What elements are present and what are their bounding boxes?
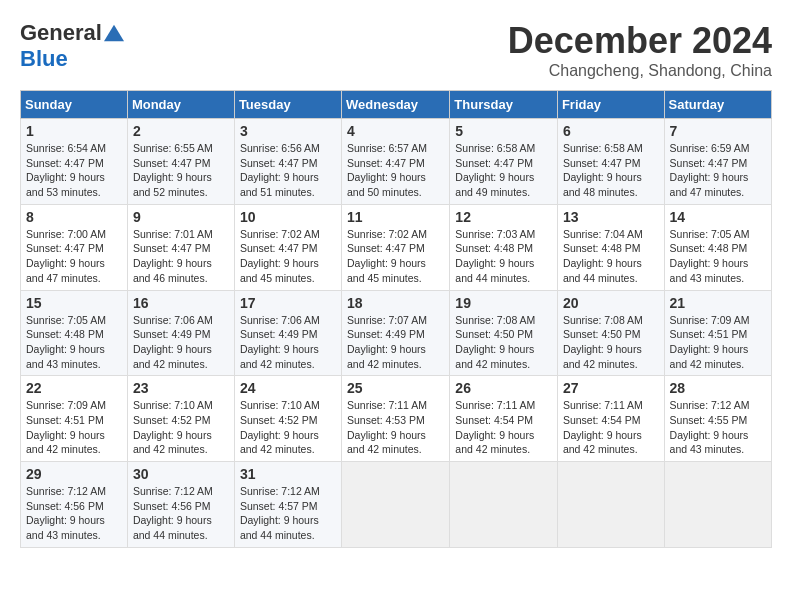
calendar-cell: 30 Sunrise: 7:12 AMSunset: 4:56 PMDaylig… — [127, 462, 234, 548]
calendar-cell: 6 Sunrise: 6:58 AMSunset: 4:47 PMDayligh… — [557, 119, 664, 205]
day-info: Sunrise: 6:54 AMSunset: 4:47 PMDaylight:… — [26, 142, 106, 198]
day-info: Sunrise: 6:58 AMSunset: 4:47 PMDaylight:… — [563, 142, 643, 198]
calendar-cell: 31 Sunrise: 7:12 AMSunset: 4:57 PMDaylig… — [234, 462, 341, 548]
calendar-header-thursday: Thursday — [450, 91, 558, 119]
day-info: Sunrise: 7:09 AMSunset: 4:51 PMDaylight:… — [670, 314, 750, 370]
day-info: Sunrise: 7:09 AMSunset: 4:51 PMDaylight:… — [26, 399, 106, 455]
day-number: 21 — [670, 295, 766, 311]
day-info: Sunrise: 7:02 AMSunset: 4:47 PMDaylight:… — [240, 228, 320, 284]
calendar-cell — [450, 462, 558, 548]
day-info: Sunrise: 7:05 AMSunset: 4:48 PMDaylight:… — [26, 314, 106, 370]
calendar-cell — [664, 462, 771, 548]
day-info: Sunrise: 7:04 AMSunset: 4:48 PMDaylight:… — [563, 228, 643, 284]
day-info: Sunrise: 7:07 AMSunset: 4:49 PMDaylight:… — [347, 314, 427, 370]
logo-icon — [104, 23, 124, 43]
day-info: Sunrise: 7:03 AMSunset: 4:48 PMDaylight:… — [455, 228, 535, 284]
calendar-cell: 13 Sunrise: 7:04 AMSunset: 4:48 PMDaylig… — [557, 204, 664, 290]
day-number: 30 — [133, 466, 229, 482]
day-info: Sunrise: 7:02 AMSunset: 4:47 PMDaylight:… — [347, 228, 427, 284]
location-title: Changcheng, Shandong, China — [508, 62, 772, 80]
day-info: Sunrise: 7:05 AMSunset: 4:48 PMDaylight:… — [670, 228, 750, 284]
day-number: 20 — [563, 295, 659, 311]
logo-general-text: General — [20, 20, 102, 46]
calendar-cell: 9 Sunrise: 7:01 AMSunset: 4:47 PMDayligh… — [127, 204, 234, 290]
calendar-week-row: 15 Sunrise: 7:05 AMSunset: 4:48 PMDaylig… — [21, 290, 772, 376]
day-info: Sunrise: 7:12 AMSunset: 4:57 PMDaylight:… — [240, 485, 320, 541]
calendar-cell: 28 Sunrise: 7:12 AMSunset: 4:55 PMDaylig… — [664, 376, 771, 462]
calendar-cell: 2 Sunrise: 6:55 AMSunset: 4:47 PMDayligh… — [127, 119, 234, 205]
calendar-cell: 23 Sunrise: 7:10 AMSunset: 4:52 PMDaylig… — [127, 376, 234, 462]
calendar-week-row: 1 Sunrise: 6:54 AMSunset: 4:47 PMDayligh… — [21, 119, 772, 205]
page-header: General Blue December 2024 Changcheng, S… — [20, 20, 772, 80]
day-number: 9 — [133, 209, 229, 225]
day-number: 29 — [26, 466, 122, 482]
day-info: Sunrise: 7:10 AMSunset: 4:52 PMDaylight:… — [133, 399, 213, 455]
day-info: Sunrise: 7:12 AMSunset: 4:55 PMDaylight:… — [670, 399, 750, 455]
day-info: Sunrise: 7:00 AMSunset: 4:47 PMDaylight:… — [26, 228, 106, 284]
calendar-cell: 7 Sunrise: 6:59 AMSunset: 4:47 PMDayligh… — [664, 119, 771, 205]
calendar-cell: 16 Sunrise: 7:06 AMSunset: 4:49 PMDaylig… — [127, 290, 234, 376]
day-number: 10 — [240, 209, 336, 225]
day-number: 22 — [26, 380, 122, 396]
calendar-header-friday: Friday — [557, 91, 664, 119]
day-info: Sunrise: 6:56 AMSunset: 4:47 PMDaylight:… — [240, 142, 320, 198]
day-info: Sunrise: 6:55 AMSunset: 4:47 PMDaylight:… — [133, 142, 213, 198]
calendar-cell: 21 Sunrise: 7:09 AMSunset: 4:51 PMDaylig… — [664, 290, 771, 376]
calendar-cell: 19 Sunrise: 7:08 AMSunset: 4:50 PMDaylig… — [450, 290, 558, 376]
calendar-cell: 22 Sunrise: 7:09 AMSunset: 4:51 PMDaylig… — [21, 376, 128, 462]
calendar-header-saturday: Saturday — [664, 91, 771, 119]
calendar-cell: 5 Sunrise: 6:58 AMSunset: 4:47 PMDayligh… — [450, 119, 558, 205]
day-number: 18 — [347, 295, 444, 311]
day-info: Sunrise: 7:11 AMSunset: 4:54 PMDaylight:… — [563, 399, 643, 455]
day-number: 12 — [455, 209, 552, 225]
calendar-cell: 3 Sunrise: 6:56 AMSunset: 4:47 PMDayligh… — [234, 119, 341, 205]
calendar-header-wednesday: Wednesday — [342, 91, 450, 119]
day-info: Sunrise: 7:08 AMSunset: 4:50 PMDaylight:… — [563, 314, 643, 370]
day-number: 6 — [563, 123, 659, 139]
calendar-cell: 10 Sunrise: 7:02 AMSunset: 4:47 PMDaylig… — [234, 204, 341, 290]
calendar-week-row: 8 Sunrise: 7:00 AMSunset: 4:47 PMDayligh… — [21, 204, 772, 290]
calendar-cell: 12 Sunrise: 7:03 AMSunset: 4:48 PMDaylig… — [450, 204, 558, 290]
calendar-cell: 4 Sunrise: 6:57 AMSunset: 4:47 PMDayligh… — [342, 119, 450, 205]
calendar-header-row: SundayMondayTuesdayWednesdayThursdayFrid… — [21, 91, 772, 119]
calendar-cell: 26 Sunrise: 7:11 AMSunset: 4:54 PMDaylig… — [450, 376, 558, 462]
calendar-cell — [557, 462, 664, 548]
day-info: Sunrise: 7:11 AMSunset: 4:54 PMDaylight:… — [455, 399, 535, 455]
day-info: Sunrise: 7:06 AMSunset: 4:49 PMDaylight:… — [133, 314, 213, 370]
title-block: December 2024 Changcheng, Shandong, Chin… — [508, 20, 772, 80]
calendar-cell: 14 Sunrise: 7:05 AMSunset: 4:48 PMDaylig… — [664, 204, 771, 290]
calendar-cell: 25 Sunrise: 7:11 AMSunset: 4:53 PMDaylig… — [342, 376, 450, 462]
day-number: 25 — [347, 380, 444, 396]
day-number: 19 — [455, 295, 552, 311]
day-number: 28 — [670, 380, 766, 396]
day-info: Sunrise: 6:59 AMSunset: 4:47 PMDaylight:… — [670, 142, 750, 198]
day-number: 31 — [240, 466, 336, 482]
calendar-cell: 18 Sunrise: 7:07 AMSunset: 4:49 PMDaylig… — [342, 290, 450, 376]
day-number: 26 — [455, 380, 552, 396]
day-number: 16 — [133, 295, 229, 311]
day-number: 27 — [563, 380, 659, 396]
month-title: December 2024 — [508, 20, 772, 62]
calendar-cell: 15 Sunrise: 7:05 AMSunset: 4:48 PMDaylig… — [21, 290, 128, 376]
calendar-week-row: 22 Sunrise: 7:09 AMSunset: 4:51 PMDaylig… — [21, 376, 772, 462]
logo-blue-text: Blue — [20, 46, 68, 71]
day-info: Sunrise: 6:58 AMSunset: 4:47 PMDaylight:… — [455, 142, 535, 198]
day-info: Sunrise: 7:01 AMSunset: 4:47 PMDaylight:… — [133, 228, 213, 284]
day-info: Sunrise: 6:57 AMSunset: 4:47 PMDaylight:… — [347, 142, 427, 198]
calendar-header-monday: Monday — [127, 91, 234, 119]
calendar-cell — [342, 462, 450, 548]
day-info: Sunrise: 7:06 AMSunset: 4:49 PMDaylight:… — [240, 314, 320, 370]
calendar-header-tuesday: Tuesday — [234, 91, 341, 119]
day-number: 23 — [133, 380, 229, 396]
day-number: 11 — [347, 209, 444, 225]
calendar-cell: 17 Sunrise: 7:06 AMSunset: 4:49 PMDaylig… — [234, 290, 341, 376]
day-number: 2 — [133, 123, 229, 139]
calendar-cell: 8 Sunrise: 7:00 AMSunset: 4:47 PMDayligh… — [21, 204, 128, 290]
day-info: Sunrise: 7:10 AMSunset: 4:52 PMDaylight:… — [240, 399, 320, 455]
day-number: 7 — [670, 123, 766, 139]
calendar-header-sunday: Sunday — [21, 91, 128, 119]
day-number: 3 — [240, 123, 336, 139]
calendar-cell: 24 Sunrise: 7:10 AMSunset: 4:52 PMDaylig… — [234, 376, 341, 462]
day-info: Sunrise: 7:11 AMSunset: 4:53 PMDaylight:… — [347, 399, 427, 455]
calendar-table: SundayMondayTuesdayWednesdayThursdayFrid… — [20, 90, 772, 548]
